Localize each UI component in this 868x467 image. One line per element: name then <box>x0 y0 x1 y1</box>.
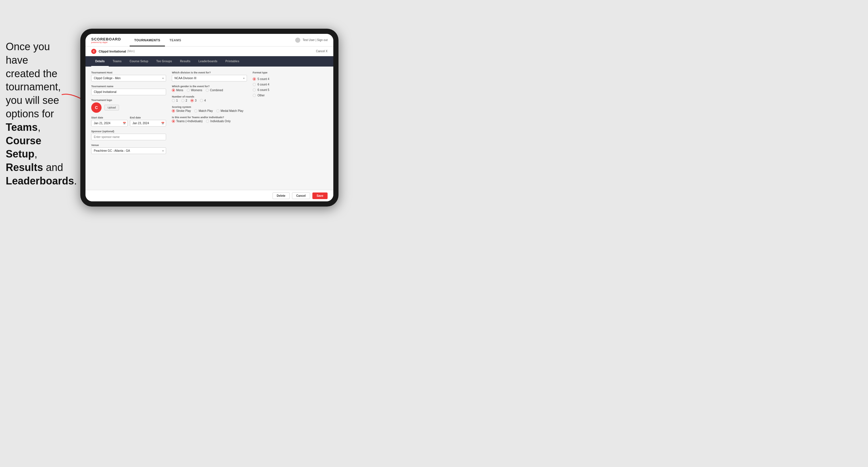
tournament-logo-field: Tournament logo C Upload <box>91 99 166 113</box>
venue-field: Venue Peachtree GC - Atlanta - GA <box>91 144 166 154</box>
scoring-match[interactable]: Match Play <box>194 109 213 113</box>
sub-tab-course-setup[interactable]: Course Setup <box>126 56 152 67</box>
cancel-button[interactable]: Cancel <box>292 192 310 199</box>
gender-radio-group: Mens Womens Combined <box>172 89 247 92</box>
rounds-4[interactable]: 4 <box>200 99 206 102</box>
gender-mens-radio[interactable] <box>172 89 175 92</box>
rounds-3-radio[interactable] <box>190 99 194 102</box>
sub-tab-tee-groups[interactable]: Tee Groups <box>152 56 176 67</box>
app-header: SCOREBOARD Powered by clippd TOURNAMENTS… <box>86 34 333 46</box>
nav-tab-tournaments[interactable]: TOURNAMENTS <box>130 34 165 46</box>
gender-combined[interactable]: Combined <box>206 89 223 92</box>
teams-plus-individuals[interactable]: Teams (+Individuals) <box>172 120 203 123</box>
gender-label: Which gender is the event for? <box>172 85 247 88</box>
format-6count5[interactable]: 6 count 5 <box>253 88 328 92</box>
format-5count4[interactable]: 5 count 4 <box>253 77 328 81</box>
delete-button[interactable]: Delete <box>273 192 290 199</box>
scoring-match-radio[interactable] <box>194 109 197 113</box>
form-col-1: Tournament Host Clippd College - Men Tou… <box>91 71 166 185</box>
division-label: Which division is the event for? <box>172 71 247 74</box>
form-col-2: Which division is the event for? NCAA Di… <box>172 71 247 185</box>
sub-tabs: Details Teams Course Setup Tee Groups Re… <box>86 56 333 67</box>
format-6count4[interactable]: 6 count 4 <box>253 83 328 86</box>
cancel-button-top[interactable]: Cancel X <box>316 50 328 53</box>
footer-bar: Delete Cancel Save <box>86 190 333 201</box>
teams-plus-radio[interactable] <box>172 120 175 123</box>
sub-tab-printables[interactable]: Printables <box>221 56 243 67</box>
tournament-type: (Men) <box>127 50 134 53</box>
start-date-field: Start date <box>91 116 128 126</box>
end-date-wrapper <box>130 120 166 126</box>
scoring-medal-match[interactable]: Medal Match Play <box>216 109 243 113</box>
venue-select[interactable]: Peachtree GC - Atlanta - GA <box>91 148 166 154</box>
rounds-2[interactable]: 2 <box>181 99 187 102</box>
sponsor-input[interactable] <box>91 134 166 140</box>
tablet-frame: SCOREBOARD Powered by clippd TOURNAMENTS… <box>80 29 339 207</box>
logo-circle: C <box>91 102 101 113</box>
end-date-label: End date <box>130 116 166 119</box>
logo-upload-area: C Upload <box>91 102 166 113</box>
rounds-1-radio[interactable] <box>172 99 175 102</box>
format-other-radio[interactable] <box>253 94 256 97</box>
sub-tab-details[interactable]: Details <box>91 56 109 67</box>
sub-tab-leaderboards[interactable]: Leaderboards <box>194 56 221 67</box>
sub-tab-results[interactable]: Results <box>176 56 194 67</box>
nav-tab-teams[interactable]: TEAMS <box>165 34 186 46</box>
rounds-radio-group: 1 2 3 4 <box>172 99 247 102</box>
individuals-only[interactable]: Individuals Only <box>206 120 230 123</box>
teams-field: Is this event for Teams and/or Individua… <box>172 116 247 123</box>
tournament-icon: C <box>91 49 96 54</box>
format-6count5-radio[interactable] <box>253 88 256 92</box>
rounds-4-radio[interactable] <box>200 99 203 102</box>
tournament-host-select[interactable]: Clippd College - Men <box>91 75 166 82</box>
tournament-name-label: Tournament name <box>91 85 166 88</box>
venue-select-wrapper: Peachtree GC - Atlanta - GA <box>91 148 166 154</box>
sub-tab-teams[interactable]: Teams <box>109 56 126 67</box>
tournament-name-input[interactable] <box>91 89 166 95</box>
logo-title: SCOREBOARD <box>91 37 121 41</box>
nav-tabs: TOURNAMENTS TEAMS <box>130 34 295 46</box>
start-date-input[interactable] <box>91 120 128 126</box>
format-6count4-radio[interactable] <box>253 83 256 86</box>
end-date-field: End date <box>130 116 166 126</box>
tournament-name-field: Tournament name <box>91 85 166 95</box>
rounds-1[interactable]: 1 <box>172 99 178 102</box>
tournament-bar: C Clippd Invitational (Men) Cancel X <box>86 46 333 56</box>
division-select[interactable]: NCAA Division III <box>172 75 247 82</box>
user-avatar <box>295 38 300 43</box>
individuals-only-radio[interactable] <box>206 120 209 123</box>
teams-radio-group: Teams (+Individuals) Individuals Only <box>172 120 247 123</box>
division-field: Which division is the event for? NCAA Di… <box>172 71 247 82</box>
date-row: Start date End date <box>91 116 166 126</box>
scoring-label: Scoring system <box>172 105 247 108</box>
format-5count4-radio[interactable] <box>253 77 256 81</box>
annotation-text: Once you have created the tournament, yo… <box>0 34 78 194</box>
gender-womens-radio[interactable] <box>187 89 190 92</box>
rounds-label: Number of rounds <box>172 95 247 98</box>
scoring-stroke[interactable]: Stroke Play <box>172 109 191 113</box>
scoring-radio-group: Stroke Play Match Play Medal Match Play <box>172 109 247 113</box>
format-other[interactable]: Other <box>253 94 328 97</box>
scoring-stroke-radio[interactable] <box>172 109 175 113</box>
end-date-input[interactable] <box>130 120 166 126</box>
main-content: Tournament Host Clippd College - Men Tou… <box>86 67 333 190</box>
tournament-logo-label: Tournament logo <box>91 99 166 101</box>
start-date-wrapper <box>91 120 128 126</box>
save-button[interactable]: Save <box>312 192 328 199</box>
teams-label: Is this event for Teams and/or Individua… <box>172 116 247 119</box>
scoring-medal-radio[interactable] <box>216 109 219 113</box>
upload-button[interactable]: Upload <box>104 105 119 111</box>
form-col-3: Format type 5 count 4 6 count 4 6 count … <box>253 71 328 185</box>
user-sign-out[interactable]: Test User | Sign out <box>303 38 328 41</box>
sponsor-label: Sponsor (optional) <box>91 130 166 133</box>
scoring-field: Scoring system Stroke Play Match Play <box>172 105 247 113</box>
gender-mens[interactable]: Mens <box>172 89 183 92</box>
rounds-3[interactable]: 3 <box>190 99 196 102</box>
tournament-name: Clippd Invitational <box>99 50 126 53</box>
gender-combined-radio[interactable] <box>206 89 209 92</box>
rounds-2-radio[interactable] <box>181 99 184 102</box>
logo-sub: Powered by clippd <box>91 41 121 43</box>
division-select-wrapper: NCAA Division III <box>172 75 247 82</box>
gender-womens[interactable]: Womens <box>187 89 202 92</box>
tournament-host-label: Tournament Host <box>91 71 166 74</box>
